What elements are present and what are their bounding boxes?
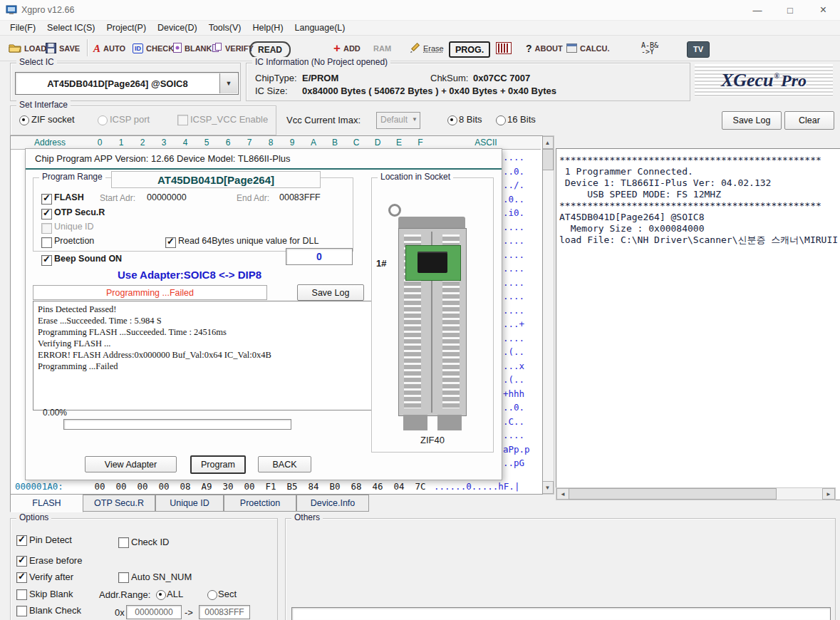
hex-byte: 84 — [303, 481, 324, 492]
scroll-thumb[interactable] — [541, 149, 554, 170]
ascii-fragment: .0.. — [503, 194, 524, 205]
protection-checkbox[interactable] — [41, 237, 52, 248]
ascii-fragment: ...x — [503, 361, 524, 371]
menu-file[interactable]: File(F) — [4, 23, 41, 33]
add-button[interactable]: + ADD — [333, 40, 361, 57]
log-line: ****************************************… — [559, 200, 838, 212]
hex-byte: B0 — [324, 481, 346, 492]
hex-byte: 00 — [153, 481, 175, 492]
others-input[interactable] — [291, 607, 831, 620]
icsp-port-radio[interactable] — [98, 115, 108, 125]
hex-row-ascii: ......0.....hF.| — [434, 481, 541, 492]
scroll-up-button[interactable]: ▲ — [541, 136, 554, 149]
skip-blank-checkbox[interactable] — [16, 589, 27, 600]
dialog-save-log-button[interactable]: Save Log — [297, 284, 364, 301]
bits16-label: 16 Bits — [507, 114, 536, 125]
ic-combo[interactable]: AT45DB041D[Page264] @SOIC8 ▼ — [15, 72, 239, 95]
tab-unique-id[interactable]: Unique ID — [155, 495, 224, 512]
progress-bar — [63, 419, 291, 430]
range-end-input[interactable]: 00083FFF — [199, 605, 250, 619]
menu-device[interactable]: Device(D) — [152, 23, 203, 33]
back-button[interactable]: BACK — [258, 456, 311, 472]
ascii-fragment: .... — [503, 277, 524, 288]
calcu-button[interactable]: CALCU. — [566, 40, 610, 57]
window-title: Xgpro v12.66 — [21, 5, 74, 15]
bits8-radio[interactable] — [447, 115, 457, 125]
verify-button[interactable]: VERIFY — [212, 40, 254, 57]
unique-id-checkbox[interactable] — [41, 223, 52, 234]
verify-after-checkbox[interactable] — [16, 572, 27, 583]
load-button[interactable]: LOAD — [9, 40, 46, 57]
hex-byte: F1 — [260, 481, 281, 492]
hex-byte: 00 — [132, 481, 153, 492]
ascii-fragment: .(.. — [503, 346, 524, 357]
bits16-radio[interactable] — [496, 115, 506, 125]
scroll-left-button[interactable]: ◄ — [556, 488, 569, 500]
flash-checkbox[interactable] — [41, 194, 52, 205]
end-adr-label: End Adr: — [237, 193, 269, 203]
range-start-input[interactable]: 00000000 — [126, 605, 182, 619]
check-button[interactable]: ID CHECK — [133, 40, 174, 57]
auto-sn-checkbox[interactable] — [118, 572, 129, 583]
addr-range-sect-radio[interactable] — [207, 590, 217, 600]
pin-detect-checkbox[interactable] — [16, 535, 27, 546]
ram-button[interactable]: RAM — [373, 40, 391, 57]
stripes-icon-button[interactable] — [496, 40, 512, 57]
tab-otp-secu-r[interactable]: OTP Secu.R — [83, 495, 155, 512]
save-log-button[interactable]: Save Log — [722, 111, 782, 130]
otp-checkbox[interactable] — [41, 209, 52, 219]
set-interface-title: Set Interface — [16, 100, 71, 110]
scroll-right-button[interactable]: ► — [822, 488, 835, 500]
blank-check-checkbox[interactable] — [16, 606, 27, 616]
close-button[interactable]: × — [807, 0, 840, 20]
ascii-fragment: .i0. — [503, 207, 524, 218]
tab-flash[interactable]: FLASH — [10, 494, 83, 512]
ic-info-group: IC Information (No Project opened) ChipT… — [246, 63, 690, 101]
read64-checkbox[interactable] — [165, 237, 176, 248]
ic-combo-dropdown-button[interactable]: ▼ — [219, 73, 237, 93]
minimize-button[interactable]: — — [741, 0, 774, 20]
about-button[interactable]: ? ABOUT — [526, 40, 563, 57]
scroll-thumb[interactable] — [569, 488, 777, 500]
icsp-vcc-checkbox[interactable] — [177, 115, 188, 125]
menu-project[interactable]: Project(P) — [101, 23, 152, 33]
program-button[interactable]: Program — [190, 455, 246, 474]
clear-button[interactable]: Clear — [784, 111, 834, 130]
ic-size-label: IC Size: — [255, 86, 288, 96]
zif-socket-radio[interactable] — [19, 115, 29, 125]
view-adapter-button[interactable]: View Adapter — [85, 456, 177, 472]
ascii-fragment: .... — [503, 305, 524, 316]
menu-help[interactable]: Help(H) — [247, 23, 289, 33]
log-line: Memory Size : 0x00084000 — [559, 223, 838, 234]
beep-checkbox[interactable] — [41, 255, 52, 266]
tv-button[interactable]: TV — [687, 41, 710, 58]
dialog-log-box[interactable]: Pins Detected Passed! Erase ...Succeeded… — [33, 301, 373, 410]
tab-protection[interactable]: Proetction — [224, 495, 296, 512]
logic-button[interactable]: A-B& ->Y — [641, 40, 658, 57]
addr-range-all-label: ALL — [167, 589, 183, 599]
load-label: LOAD — [24, 44, 46, 53]
check-id-checkbox[interactable] — [118, 537, 129, 548]
read-button[interactable]: READ — [249, 41, 291, 58]
blank-button[interactable]: BLANK — [173, 40, 212, 57]
blank-check-label: Blank Check — [29, 605, 81, 616]
erase-before-checkbox[interactable] — [16, 556, 27, 567]
menu-select-ic[interactable]: Select IC(S) — [41, 23, 100, 33]
vcc-dropdown[interactable]: Default ▼ — [376, 112, 420, 129]
log-panel[interactable]: ****************************************… — [556, 148, 840, 500]
save-button[interactable]: SAVE — [46, 40, 80, 57]
log-horizontal-scrollbar[interactable]: ◄ ► — [556, 487, 836, 500]
menu-language[interactable]: Language(L) — [289, 23, 351, 33]
title-bar: Xgpro v12.66 — □ × — [0, 0, 840, 21]
ascii-fragment: .... — [503, 263, 524, 274]
scroll-down-button[interactable]: ▼ — [541, 481, 554, 494]
addr-range-all-radio[interactable] — [156, 590, 166, 600]
erase-button[interactable]: Erase — [409, 40, 444, 57]
prog-button[interactable]: PROG. — [449, 41, 490, 58]
menu-tools[interactable]: Tools(V) — [203, 23, 247, 33]
auto-sn-label: Auto SN_NUM — [131, 572, 192, 582]
maximize-button[interactable]: □ — [774, 0, 807, 20]
tab-device-info[interactable]: Device.Info — [296, 495, 369, 512]
hex-byte: 00 — [239, 481, 260, 492]
auto-button[interactable]: A AUTO — [93, 40, 125, 57]
